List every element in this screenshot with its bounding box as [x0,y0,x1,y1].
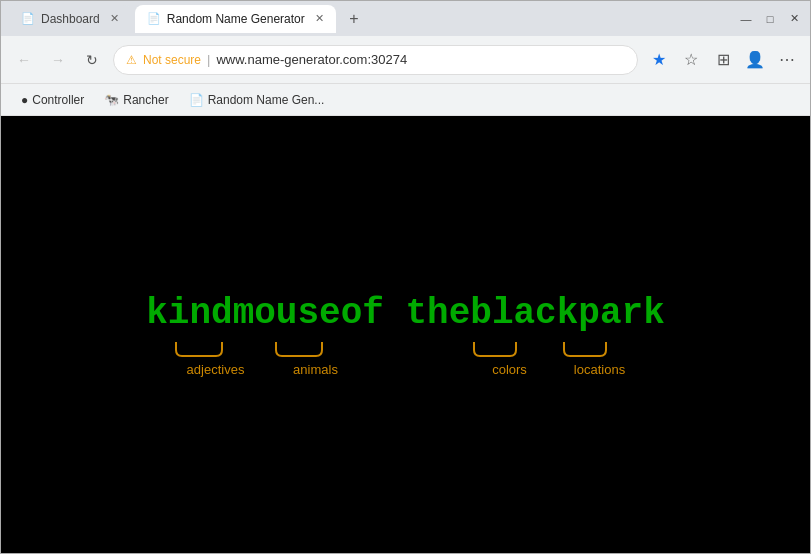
colors-bracket [470,340,550,358]
animals-label: animals [293,362,338,377]
locations-bracket [560,340,640,358]
colors-label: colors [492,362,527,377]
annotations-container: adjectives animals [172,340,640,377]
word-park: park [578,293,664,334]
profile-icon[interactable]: 👤 [742,47,768,73]
toolbar-icons: ★ ☆ ⊞ 👤 ⋯ [646,47,800,73]
bookmark-random-name-label: Random Name Gen... [208,93,325,107]
url-bar[interactable]: ⚠ Not secure | www.name-generator.com:30… [113,45,638,75]
menu-icon[interactable]: ⋯ [774,47,800,73]
colors-group: colors [470,340,550,377]
name-display: kind mouse of the black park adjectives [146,293,665,377]
page-content: kind mouse of the black park adjectives [1,116,810,553]
bookmark-star-icon[interactable]: ★ [646,47,672,73]
bookmark-rancher[interactable]: 🐄 Rancher [96,89,176,111]
bookmark-random-name-icon: 📄 [189,93,204,107]
locations-label: locations [574,362,625,377]
security-warning-text: Not secure [143,53,201,67]
new-tab-button[interactable]: + [340,5,368,33]
url-text: www.name-generator.com:30274 [216,52,407,67]
tab-random-name-label: Random Name Generator [167,12,305,26]
extensions-grid-icon[interactable]: ⊞ [710,47,736,73]
word-mouse: mouse [233,293,341,334]
tab-dashboard[interactable]: 📄 Dashboard ✕ [9,5,131,33]
tab-random-name[interactable]: 📄 Random Name Generator ✕ [135,5,336,33]
title-bar: 📄 Dashboard ✕ 📄 Random Name Generator ✕ … [1,1,810,36]
name-words-line: kind mouse of the black park [146,293,665,334]
back-button[interactable]: ← [11,47,37,73]
adjectives-label: adjectives [187,362,245,377]
word-black: black [470,293,578,334]
address-bar: ← → ↻ ⚠ Not secure | www.name-generator.… [1,36,810,84]
browser-window: 📄 Dashboard ✕ 📄 Random Name Generator ✕ … [0,0,811,554]
bookmark-controller-label: Controller [32,93,84,107]
connectors: of the [341,293,471,334]
animals-bracket [272,340,360,358]
animals-group: animals [272,340,360,377]
close-button[interactable]: ✕ [786,11,802,27]
tab-dashboard-icon: 📄 [21,12,35,25]
minimize-button[interactable]: — [738,11,754,27]
locations-group: locations [560,340,640,377]
extensions-icon[interactable]: ☆ [678,47,704,73]
word-kind: kind [146,293,232,334]
tab-random-name-icon: 📄 [147,12,161,25]
bookmark-rancher-label: Rancher [123,93,168,107]
url-divider: | [207,52,210,67]
bookmark-controller[interactable]: ● Controller [13,89,92,111]
bookmark-random-name[interactable]: 📄 Random Name Gen... [181,89,333,111]
tab-dashboard-label: Dashboard [41,12,100,26]
bookmark-controller-icon: ● [21,93,28,107]
adjectives-bracket [172,340,260,358]
adjectives-group: adjectives [172,340,260,377]
refresh-button[interactable]: ↻ [79,47,105,73]
bookmarks-bar: ● Controller 🐄 Rancher 📄 Random Name Gen… [1,84,810,116]
tab-dashboard-close[interactable]: ✕ [110,12,119,25]
maximize-button[interactable]: □ [762,11,778,27]
tab-random-name-close[interactable]: ✕ [315,12,324,25]
security-warning-icon: ⚠ [126,53,137,67]
bookmark-rancher-icon: 🐄 [104,93,119,107]
forward-button[interactable]: → [45,47,71,73]
window-controls: — □ ✕ [738,11,802,27]
